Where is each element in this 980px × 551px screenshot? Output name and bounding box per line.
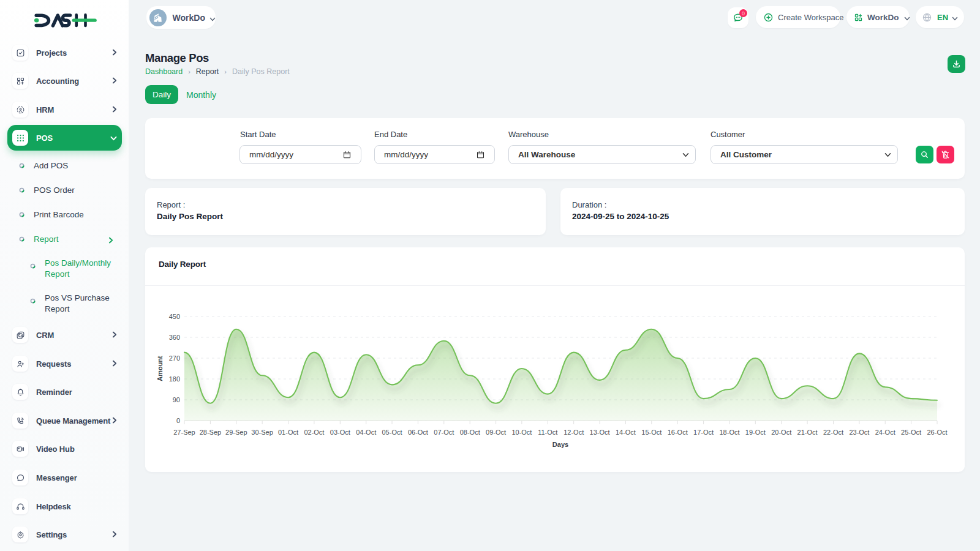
svg-text:01-Oct: 01-Oct [278, 429, 298, 436]
svg-text:270: 270 [169, 354, 180, 362]
svg-text:Amount: Amount [156, 356, 164, 381]
svg-text:09-Oct: 09-Oct [486, 429, 506, 436]
svg-text:02-Oct: 02-Oct [304, 429, 324, 436]
svg-text:360: 360 [169, 334, 180, 341]
svg-text:22-Oct: 22-Oct [823, 429, 843, 436]
svg-text:20-Oct: 20-Oct [771, 429, 791, 436]
svg-text:04-Oct: 04-Oct [356, 429, 376, 436]
svg-text:03-Oct: 03-Oct [330, 429, 350, 436]
svg-text:14-Oct: 14-Oct [616, 429, 636, 436]
svg-text:19-Oct: 19-Oct [745, 429, 766, 436]
svg-text:15-Oct: 15-Oct [641, 429, 662, 436]
svg-text:10-Oct: 10-Oct [511, 429, 532, 436]
svg-text:27-Sep: 27-Sep [173, 429, 195, 436]
svg-text:90: 90 [173, 396, 180, 403]
svg-text:26-Oct: 26-Oct [927, 429, 947, 436]
svg-text:28-Sep: 28-Sep [200, 429, 221, 436]
svg-text:18-Oct: 18-Oct [719, 429, 739, 436]
svg-text:24-Oct: 24-Oct [875, 429, 895, 436]
svg-text:08-Oct: 08-Oct [460, 429, 480, 436]
svg-text:11-Oct: 11-Oct [538, 429, 557, 436]
svg-text:23-Oct: 23-Oct [849, 429, 869, 436]
svg-text:06-Oct: 06-Oct [408, 429, 428, 436]
svg-text:29-Sep: 29-Sep [225, 429, 247, 436]
svg-text:05-Oct: 05-Oct [382, 429, 402, 436]
svg-text:0: 0 [176, 417, 180, 424]
svg-text:16-Oct: 16-Oct [668, 429, 688, 436]
svg-text:25-Oct: 25-Oct [901, 429, 921, 436]
svg-text:450: 450 [169, 313, 180, 320]
svg-text:180: 180 [169, 375, 180, 383]
svg-text:Days: Days [552, 441, 568, 448]
svg-text:30-Sep: 30-Sep [251, 429, 273, 436]
svg-text:21-Oct: 21-Oct [797, 429, 818, 436]
svg-text:12-Oct: 12-Oct [564, 429, 584, 436]
svg-text:13-Oct: 13-Oct [590, 429, 610, 436]
svg-text:17-Oct: 17-Oct [693, 429, 714, 436]
svg-text:07-Oct: 07-Oct [434, 429, 454, 436]
